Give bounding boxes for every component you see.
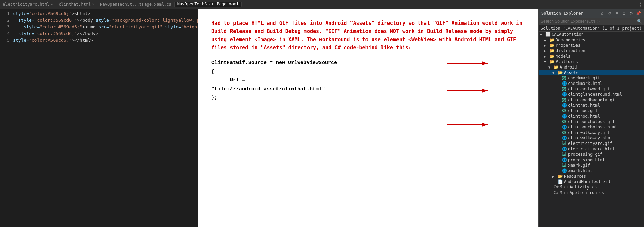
- tree-arrow-icon: ▶: [544, 55, 550, 58]
- tree-node-label: clintponchotoss.gif: [568, 119, 615, 124]
- toolbar-filter-btn[interactable]: ⊡: [621, 10, 627, 16]
- tree-node-clintponchotoss_html[interactable]: 🌐clintponchotoss.html: [539, 124, 644, 130]
- line-number: 3: [0, 24, 13, 30]
- line-content: style="color:#569cd6;"><img src="electri…: [13, 24, 198, 30]
- solution-panel: Solution Explorer ⌂ ↻ ≡ ⊡ ⚙ 📌 🔍 Solution…: [538, 9, 644, 227]
- tree-file-icon: 📂: [550, 37, 556, 42]
- tree-file-icon: 🖼: [562, 97, 568, 102]
- tree-node-resources[interactable]: ▶📂Resources: [539, 173, 644, 179]
- tree-node-xmark_gif[interactable]: 🖼xmark.gif: [539, 163, 644, 168]
- tree-node-caeautomation[interactable]: ▼⬜CAEAutomation: [539, 32, 644, 37]
- tree-node-properties[interactable]: ▶📂Properties: [539, 43, 644, 48]
- tree-node-clintglancearound_html[interactable]: 🌐clintglancearound.html: [539, 92, 644, 97]
- tree-node-android[interactable]: ▼📂Android: [539, 64, 644, 70]
- tree-node-processing_gif[interactable]: 🖼processing gif: [539, 152, 644, 157]
- tab-label-clinthat: clinthat.html: [59, 2, 91, 7]
- toolbar-settings-btn[interactable]: ⚙: [628, 10, 634, 16]
- tree-node-assets[interactable]: ▼📂Assets: [539, 70, 644, 75]
- toolbar-refresh-btn[interactable]: ↻: [606, 10, 613, 16]
- tab-clinthat[interactable]: clinthat.html✕: [56, 2, 97, 7]
- tree-area[interactable]: ▼⬜CAEAutomation▶📂Dependencies▶📂Propertie…: [539, 32, 644, 227]
- tree-file-icon: C#: [554, 190, 560, 195]
- tree-node-models[interactable]: ▶📂Models: [539, 54, 644, 59]
- tree-node-clintwalkaway_html[interactable]: 🌐clintwalkaway.html: [539, 135, 644, 141]
- tree-file-icon: 🌐: [562, 147, 568, 151]
- tab-expand-button[interactable]: ⟩: [637, 2, 644, 7]
- line-content: style="color:#569cd6;"><body style="back…: [13, 17, 198, 24]
- tab-navopen_xaml[interactable]: NavOpenTechSt...tPage.xaml.cs: [97, 2, 175, 7]
- tree-file-icon: 🖼: [562, 163, 568, 168]
- tree-node-clinthat_html[interactable]: 🌐clinthat.html: [539, 103, 644, 108]
- tree-arrow-icon: ▶: [544, 38, 550, 42]
- tree-node-platforms[interactable]: ▼📂Platforms: [539, 59, 644, 64]
- tree-node-clintgoodbadugly_gif[interactable]: 🖼clintgoodbadugly.gif: [539, 97, 644, 103]
- search-input[interactable]: [541, 19, 637, 24]
- tree-file-icon: 📂: [554, 65, 560, 70]
- tree-node-label: Properties: [556, 43, 580, 48]
- search-icon: 🔍: [637, 19, 642, 24]
- toolbar-pin-btn[interactable]: 📌: [635, 10, 641, 16]
- tree-node-clintponchotoss_gif[interactable]: 🖼clintponchotoss.gif: [539, 119, 644, 124]
- code-line: 2 style="color:#569cd6;"><body style="ba…: [0, 17, 198, 24]
- solution-explorer-title: Solution Explorer: [541, 11, 583, 16]
- tree-node-electricityarc_html[interactable]: 🌐electricityarc.html: [539, 146, 644, 152]
- tree-file-icon: 🌐: [562, 81, 568, 86]
- tree-node-label: Assets: [564, 70, 579, 75]
- toolbar-collapse-btn[interactable]: ≡: [614, 10, 620, 16]
- toolbar-home-btn[interactable]: ⌂: [599, 10, 605, 16]
- tree-arrow-icon: ▶: [544, 49, 550, 53]
- tree-file-icon: 🖼: [562, 141, 568, 146]
- tree-arrow-icon: ▼: [552, 71, 558, 75]
- tree-node-checkmark_html[interactable]: 🌐checkmark.html: [539, 81, 644, 86]
- tree-node-label: clintwalkaway.gif: [568, 130, 610, 135]
- tree-node-label: clinthat.html: [568, 103, 600, 108]
- tree-node-label: clintwalkaway.html: [568, 136, 612, 140]
- tree-file-icon: 📂: [558, 70, 564, 75]
- tree-node-label: clintgoodbadugly.gif: [568, 97, 617, 102]
- tab-label-navopen_xaml2: NavOpenTechStartPage.xaml: [177, 2, 239, 6]
- tree-node-androidmanifest[interactable]: 📄AndroidManifest.xml: [539, 179, 644, 184]
- tab-electricityarc[interactable]: electricityarc.html✕: [0, 2, 56, 7]
- tree-file-icon: 📄: [558, 179, 564, 184]
- tree-arrow-icon: ▶: [552, 175, 558, 178]
- line-number: 5: [0, 37, 13, 44]
- tree-arrow-icon: ▼: [540, 33, 545, 36]
- tab-close-clinthat[interactable]: ✕: [92, 2, 94, 6]
- tree-node-electricityarc_gif[interactable]: 🖼electricityarc.gif: [539, 141, 644, 146]
- tree-node-label: checkmark.html: [568, 81, 602, 86]
- tree-node-label: Platforms: [556, 59, 578, 64]
- tree-node-clintnod_gif[interactable]: 🖼clintnod.gif: [539, 108, 644, 114]
- solution-header: Solution Explorer ⌂ ↻ ≡ ⊡ ⚙ 📌: [539, 9, 644, 18]
- tree-file-icon: 🖼: [562, 76, 568, 80]
- tree-node-clinteastwood_gif[interactable]: 🖼clinteastwood.gif: [539, 86, 644, 92]
- tree-node-clintwalkaway_gif[interactable]: 🖼clintwalkaway.gif: [539, 130, 644, 135]
- tree-node-label: checkmark.gif: [568, 76, 600, 80]
- tree-node-checkmark_gif[interactable]: 🖼checkmark.gif: [539, 75, 644, 81]
- tree-file-icon: 📂: [550, 54, 556, 59]
- tree-file-icon: 🖼: [562, 108, 568, 113]
- tree-node-label: clintnod.html: [568, 114, 600, 119]
- tree-node-distribution[interactable]: ▶📂distribution: [539, 48, 644, 54]
- code-line: 3 style="color:#569cd6;"><img src="elect…: [0, 24, 198, 30]
- tree-node-mainactivity[interactable]: C#MainActivity.cs: [539, 184, 644, 190]
- note-text: Had to place HTML and GIF files into And…: [211, 19, 525, 52]
- line-number: 4: [0, 30, 13, 37]
- code-line: 1style="color:#569cd6;"><html>: [0, 10, 198, 17]
- tab-label-navopen_xaml: NavOpenTechSt...tPage.xaml.cs: [100, 2, 171, 7]
- tab-close-electricityarc[interactable]: ✕: [51, 2, 53, 6]
- tree-node-xmark_html[interactable]: 🌐xmark.html: [539, 168, 644, 173]
- tree-arrow-icon: ▼: [548, 65, 554, 69]
- tree-node-label: processing gif: [568, 152, 602, 157]
- tree-file-icon: 🖼: [562, 152, 568, 157]
- tab-navopen_xaml2[interactable]: NavOpenTechStartPage.xaml: [175, 2, 242, 7]
- tree-node-processing_html[interactable]: 🌐processing.html: [539, 157, 644, 163]
- code-area[interactable]: 1style="color:#569cd6;"><html>2 style="c…: [0, 9, 198, 45]
- tree-node-dependencies[interactable]: ▶📂Dependencies: [539, 37, 644, 43]
- solution-label: Solution 'CAEAutomation' (1 of 1 project…: [541, 26, 642, 31]
- tree-node-mainapplication[interactable]: C#MainApplication.cs: [539, 190, 644, 195]
- tree-node-clintnod_html[interactable]: 🌐clintnod.html: [539, 114, 644, 119]
- tree-file-icon: 🌐: [562, 136, 568, 140]
- editor-panel: 1style="color:#569cd6;"><html>2 style="c…: [0, 9, 198, 227]
- tree-node-label: electricityarc.gif: [568, 141, 612, 146]
- tree-file-icon: 🖼: [562, 87, 568, 91]
